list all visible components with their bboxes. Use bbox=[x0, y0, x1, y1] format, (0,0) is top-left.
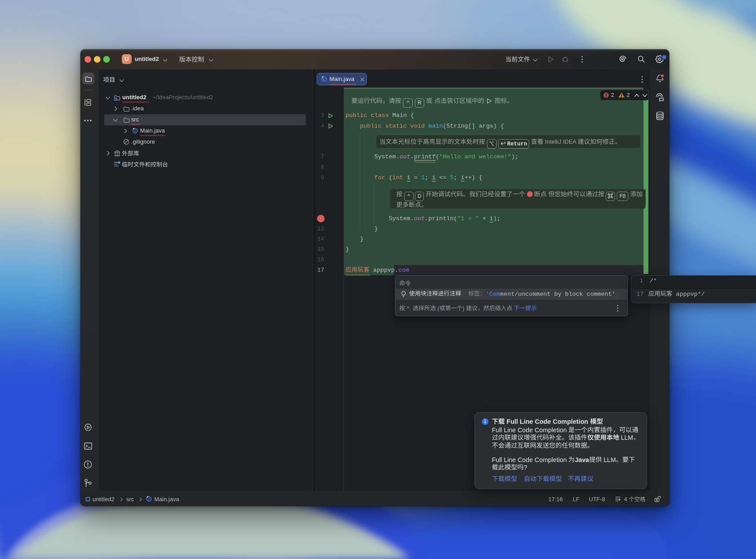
svg-text:C: C bbox=[323, 77, 326, 81]
svg-text:C: C bbox=[148, 497, 150, 501]
